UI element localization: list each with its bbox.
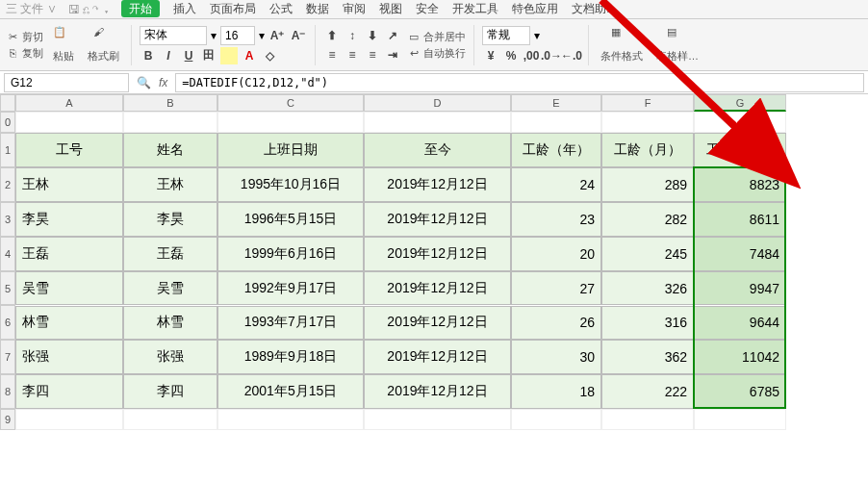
row-header[interactable]: 9 <box>0 409 15 430</box>
select-all-corner[interactable] <box>0 94 15 112</box>
empty-cell[interactable] <box>15 409 123 430</box>
table-cell[interactable]: 362 <box>601 340 694 374</box>
table-cell[interactable]: 9947 <box>694 271 786 306</box>
empty-cell[interactable] <box>511 112 601 133</box>
more-font-button[interactable]: ◇ <box>261 47 278 64</box>
row-header[interactable]: 8 <box>0 374 15 409</box>
table-cell[interactable]: 245 <box>601 237 694 271</box>
orient-icon[interactable]: ↗ <box>384 27 401 44</box>
col-header[interactable]: G <box>694 94 786 112</box>
table-cell[interactable]: 23 <box>511 202 601 237</box>
table-cell[interactable]: 王磊 <box>15 237 123 271</box>
ribbon-tab[interactable]: 页面布局 <box>210 2 256 15</box>
table-cell[interactable]: 2001年5月15日 <box>217 374 364 409</box>
row-header[interactable]: 1 <box>0 133 15 167</box>
row-header[interactable]: 4 <box>0 237 15 271</box>
empty-cell[interactable] <box>694 409 786 430</box>
font-size-input[interactable] <box>220 26 255 45</box>
row-header[interactable]: 3 <box>0 202 15 237</box>
fill-color-button[interactable] <box>220 47 238 64</box>
ribbon-tab[interactable]: 文档助… <box>572 2 618 15</box>
increase-font-icon[interactable]: A⁺ <box>268 27 286 44</box>
col-header[interactable]: E <box>511 94 601 112</box>
table-cell[interactable]: 1995年10月16日 <box>217 167 364 202</box>
table-cell[interactable]: 1992年9月17日 <box>217 271 364 306</box>
table-cell[interactable]: 326 <box>601 271 694 306</box>
table-header-cell[interactable]: 至今 <box>364 133 511 167</box>
table-cell[interactable]: 26 <box>511 306 601 341</box>
table-cell[interactable]: 2019年12月12日 <box>364 237 511 271</box>
bold-button[interactable]: B <box>140 47 157 64</box>
table-cell[interactable]: 1996年5月15日 <box>217 202 364 237</box>
col-header[interactable]: A <box>15 94 123 112</box>
row-header[interactable]: 7 <box>0 340 15 374</box>
col-header[interactable]: F <box>601 94 694 112</box>
table-cell[interactable]: 李昊 <box>123 202 217 237</box>
ribbon-tab[interactable]: 开始 <box>121 0 160 17</box>
col-header[interactable]: D <box>364 94 511 112</box>
table-cell[interactable]: 林雪 <box>15 306 123 341</box>
col-header[interactable]: B <box>123 94 217 112</box>
empty-cell[interactable] <box>694 112 786 133</box>
empty-cell[interactable] <box>364 112 511 133</box>
table-cell[interactable]: 27 <box>511 271 601 306</box>
paste-button[interactable]: 📋粘贴 <box>49 24 78 65</box>
merge-button[interactable]: ▭合并居中 <box>407 30 466 44</box>
quick-icons[interactable]: 🖫 ⎌ ↷ ▾ <box>68 3 110 16</box>
table-cell[interactable]: 林雪 <box>123 306 217 341</box>
table-header-cell[interactable]: 姓名 <box>123 133 217 167</box>
font-color-button[interactable]: A <box>241 47 258 64</box>
currency-icon[interactable]: ¥ <box>482 47 499 64</box>
table-cell[interactable]: 6785 <box>694 374 786 409</box>
table-cell[interactable]: 李昊 <box>15 202 123 237</box>
table-cell[interactable]: 1999年6月16日 <box>217 237 364 271</box>
empty-cell[interactable] <box>123 409 217 430</box>
ribbon-tab[interactable]: 审阅 <box>343 2 366 15</box>
table-cell[interactable]: 9644 <box>694 306 786 341</box>
percent-icon[interactable]: % <box>502 47 520 64</box>
empty-cell[interactable] <box>123 112 217 133</box>
name-box[interactable]: G12 <box>4 73 129 92</box>
table-cell[interactable]: 2019年12月12日 <box>364 374 511 409</box>
file-menu[interactable]: 三 文件 ∨ <box>6 1 57 17</box>
wrap-button[interactable]: ↩自动换行 <box>407 46 466 61</box>
col-header[interactable]: C <box>217 94 364 112</box>
cut-button[interactable]: ✂剪切 <box>6 30 43 44</box>
align-bot-icon[interactable]: ⬇ <box>364 27 381 44</box>
table-header-cell[interactable]: 工号 <box>15 133 123 167</box>
table-cell[interactable]: 吴雪 <box>15 271 123 306</box>
align-center-icon[interactable]: ≡ <box>344 46 361 63</box>
align-top-icon[interactable]: ⬆ <box>323 27 341 44</box>
table-cell[interactable]: 2019年12月12日 <box>364 202 511 237</box>
table-cell[interactable]: 李四 <box>123 374 217 409</box>
ribbon-tab[interactable]: 视图 <box>379 2 402 15</box>
border-button[interactable]: 田 <box>200 47 217 64</box>
empty-cell[interactable] <box>601 112 694 133</box>
table-header-cell[interactable]: 工龄（日） <box>694 133 786 167</box>
table-cell[interactable]: 2019年12月12日 <box>364 340 511 374</box>
table-header-cell[interactable]: 工龄（月） <box>601 133 694 167</box>
format-painter-button[interactable]: 🖌格式刷 <box>84 24 123 65</box>
cond-format-button[interactable]: ▦条件格式 <box>597 24 647 65</box>
number-format-select[interactable] <box>482 26 530 45</box>
ribbon-tab[interactable]: 插入 <box>173 2 196 15</box>
table-cell[interactable]: 吴雪 <box>123 271 217 306</box>
ribbon-tab[interactable]: 特色应用 <box>512 2 558 15</box>
align-right-icon[interactable]: ≡ <box>364 46 381 63</box>
table-cell[interactable]: 30 <box>511 340 601 374</box>
zoom-icon[interactable]: 🔍 <box>137 76 151 89</box>
table-cell[interactable]: 1993年7月17日 <box>217 306 364 341</box>
underline-button[interactable]: U <box>180 47 197 64</box>
table-header-cell[interactable]: 上班日期 <box>217 133 364 167</box>
fx-icon[interactable]: fx <box>159 76 167 89</box>
table-cell[interactable]: 王磊 <box>123 237 217 271</box>
table-style-button[interactable]: ▤表格样… <box>652 24 702 65</box>
indent-icon[interactable]: ⇥ <box>384 46 401 63</box>
font-name-input[interactable] <box>140 26 207 45</box>
table-cell[interactable]: 7484 <box>694 237 786 271</box>
empty-cell[interactable] <box>364 409 511 430</box>
table-cell[interactable]: 2019年12月12日 <box>364 271 511 306</box>
row-header[interactable]: 5 <box>0 271 15 306</box>
empty-cell[interactable] <box>601 409 694 430</box>
empty-cell[interactable] <box>217 112 364 133</box>
